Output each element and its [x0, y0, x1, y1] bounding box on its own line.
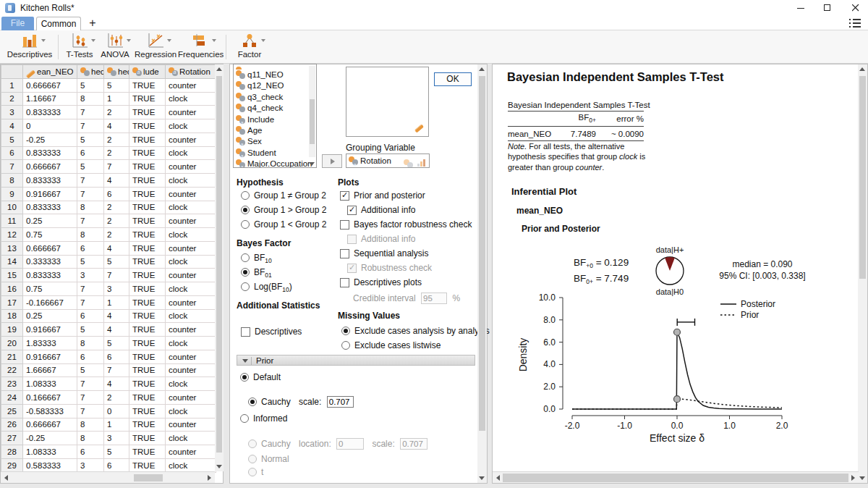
row-number[interactable]: 26	[1, 418, 23, 432]
row-number[interactable]: 8	[1, 174, 23, 188]
ribbon-anova-button[interactable]: ANOVA	[98, 32, 132, 62]
cell[interactable]: 7	[77, 106, 104, 119]
column-header-check2[interactable]: heck	[104, 65, 129, 79]
row-number[interactable]: 11	[1, 214, 23, 228]
cell[interactable]: 2	[104, 201, 129, 214]
variables-box[interactable]	[346, 67, 429, 137]
hypothesis-option-lt[interactable]: Group 1 < Group 2	[241, 219, 326, 230]
cell[interactable]: 7	[104, 269, 129, 282]
results-horizontal-scrollbar[interactable]	[493, 471, 859, 483]
variable-item[interactable]: Age	[236, 125, 316, 136]
cell[interactable]: 5	[104, 78, 129, 92]
cell[interactable]: TRUE	[129, 404, 166, 418]
data-horizontal-scrollbar[interactable]	[1, 471, 215, 483]
cell[interactable]: 7	[77, 187, 104, 201]
cell[interactable]: TRUE	[129, 146, 166, 160]
cell[interactable]: 5	[77, 78, 104, 92]
row-number[interactable]: 6	[1, 146, 23, 160]
cell[interactable]: 1.83333	[23, 337, 77, 350]
cell[interactable]: counter	[166, 241, 216, 255]
cell[interactable]: 5	[77, 160, 104, 174]
cell[interactable]: TRUE	[129, 337, 166, 350]
cell[interactable]: counter	[166, 214, 216, 228]
row-number[interactable]: 27	[1, 432, 23, 445]
cell[interactable]: 8	[77, 432, 104, 445]
cell[interactable]: clock	[166, 458, 216, 472]
ribbon-descriptives-button[interactable]: Descriptives	[6, 32, 54, 62]
results-title[interactable]: Bayesian Independent Samples T-Test	[507, 70, 724, 84]
exclude-listwise-radio[interactable]: Exclude cases listwise	[341, 340, 441, 350]
ribbon-regression-button[interactable]: Regression	[135, 32, 176, 62]
cell[interactable]: clock	[166, 337, 216, 350]
row-number[interactable]: 15	[1, 269, 23, 282]
cell[interactable]: TRUE	[129, 160, 166, 174]
data-vertical-scrollbar[interactable]	[215, 64, 224, 471]
cell[interactable]: TRUE	[129, 269, 166, 282]
cell[interactable]: counter	[166, 160, 216, 174]
cell[interactable]: 0.833333	[23, 174, 77, 188]
maximize-button[interactable]	[815, 0, 840, 16]
variable-item[interactable]: Sex	[236, 136, 316, 147]
row-number[interactable]: 28	[1, 445, 23, 459]
row-number[interactable]: 21	[1, 350, 23, 363]
assign-variable-button[interactable]	[322, 154, 342, 168]
cell[interactable]: 1	[104, 92, 129, 106]
row-number[interactable]: 20	[1, 337, 23, 350]
cell[interactable]: 7	[104, 160, 129, 174]
row-number[interactable]: 12	[1, 228, 23, 242]
cell[interactable]: 1	[104, 295, 129, 309]
cell[interactable]: TRUE	[129, 458, 166, 472]
cell[interactable]: TRUE	[129, 214, 166, 228]
cell[interactable]: TRUE	[129, 418, 166, 432]
variable-item[interactable]: q4_check	[236, 103, 316, 114]
cell[interactable]: 0.666667	[23, 160, 77, 174]
cell[interactable]: 5	[104, 337, 129, 350]
cell[interactable]: TRUE	[129, 295, 166, 309]
cell[interactable]: 3	[77, 458, 104, 472]
row-number[interactable]: 14	[1, 255, 23, 269]
tab-common[interactable]: Common	[36, 17, 81, 30]
cell[interactable]: TRUE	[129, 445, 166, 459]
cell[interactable]: 0.833333	[23, 201, 77, 214]
cell[interactable]: counter	[166, 363, 216, 377]
variable-list-scroll-down[interactable]	[309, 162, 315, 166]
column-header-include[interactable]: lude	[129, 65, 166, 79]
row-number[interactable]: 5	[1, 132, 23, 146]
tab-file[interactable]: File	[1, 17, 34, 30]
cell[interactable]: 7	[77, 377, 104, 391]
cell[interactable]: counter	[166, 132, 216, 146]
cell[interactable]: 6	[104, 187, 129, 201]
cell[interactable]: 5	[77, 132, 104, 146]
cell[interactable]: 2	[104, 106, 129, 119]
cell[interactable]: 3	[104, 432, 129, 445]
cell[interactable]: TRUE	[129, 201, 166, 214]
prior-posterior-checkbox[interactable]: Prior and posterior	[340, 190, 425, 201]
cell[interactable]: counter	[166, 323, 216, 337]
row-number[interactable]: 25	[1, 404, 23, 418]
cell[interactable]: TRUE	[129, 432, 166, 445]
cell[interactable]: 0	[23, 119, 77, 133]
cell[interactable]: 7	[77, 391, 104, 405]
cell[interactable]: counter	[166, 445, 216, 459]
cell[interactable]: clock	[166, 309, 216, 323]
cell[interactable]: 5	[104, 255, 129, 269]
inferential-plot-heading[interactable]: Inferential Plot	[511, 186, 576, 197]
cell[interactable]: counter	[166, 350, 216, 363]
cell[interactable]: TRUE	[129, 174, 166, 188]
prior-section-header[interactable]: Prior	[237, 355, 475, 366]
cell[interactable]: 8	[77, 201, 104, 214]
row-number[interactable]: 13	[1, 241, 23, 255]
cell[interactable]: TRUE	[129, 309, 166, 323]
cell[interactable]: 4	[104, 174, 129, 188]
cell[interactable]: 0.75	[23, 282, 77, 296]
cell[interactable]: 5	[77, 323, 104, 337]
cell[interactable]: TRUE	[129, 377, 166, 391]
cell[interactable]: 0.833333	[23, 146, 77, 160]
cell[interactable]: counter	[166, 269, 216, 282]
cell[interactable]: TRUE	[129, 228, 166, 242]
credible-interval-input[interactable]	[421, 293, 447, 304]
cell[interactable]: 0	[104, 404, 129, 418]
cell[interactable]: 2	[104, 146, 129, 160]
cell[interactable]: 7	[77, 174, 104, 188]
additional-info-checkbox[interactable]: Additional info	[347, 205, 415, 215]
